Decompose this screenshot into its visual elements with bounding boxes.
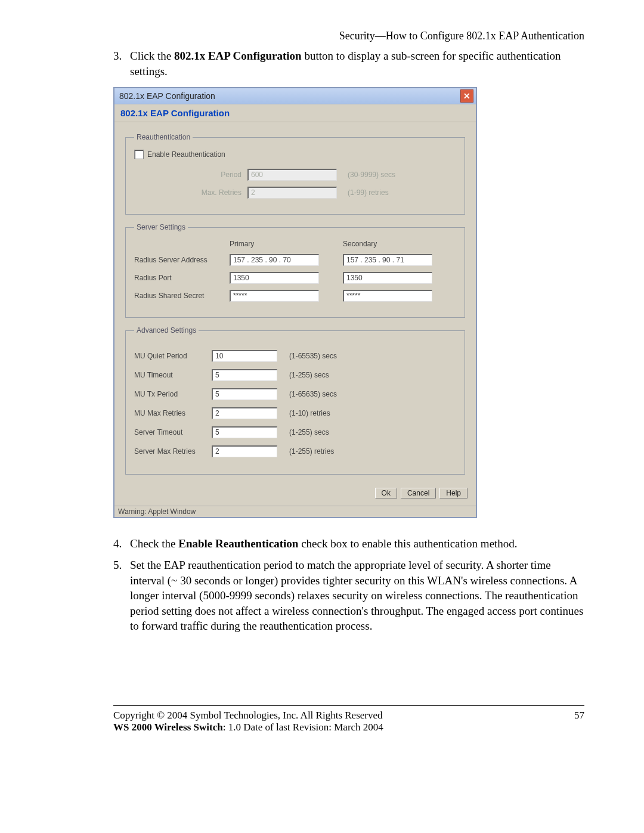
- advanced-row-input[interactable]: 5: [212, 426, 277, 438]
- cancel-button[interactable]: Cancel: [401, 488, 436, 498]
- ok-button[interactable]: Ok: [375, 488, 397, 498]
- period-input[interactable]: 600: [247, 169, 337, 181]
- period-hint: (30-9999) secs: [348, 171, 395, 179]
- help-button[interactable]: Help: [439, 488, 467, 498]
- radius-secret-primary[interactable]: *****: [230, 290, 319, 302]
- advanced-row-hint: (1-10) retries: [289, 409, 330, 417]
- step-4-text-a: Check the: [130, 537, 178, 550]
- advanced-row: Server Timeout5(1-255) secs: [134, 426, 456, 438]
- dialog-titlebar: 802.1x EAP Configuration ✕: [114, 88, 476, 104]
- advanced-row: MU Tx Period5(1-65635) secs: [134, 388, 456, 400]
- server-settings-group: Server Settings Primary Secondary Radius…: [125, 223, 465, 318]
- advanced-row-input[interactable]: 2: [212, 407, 277, 419]
- statusbar: Warning: Applet Window: [114, 506, 476, 517]
- server-settings-legend: Server Settings: [134, 223, 188, 231]
- advanced-row-input[interactable]: 5: [212, 369, 277, 381]
- secondary-header: Secondary: [343, 240, 444, 248]
- advanced-row-label: Server Max Retries: [134, 447, 212, 456]
- radius-secret-label: Radius Shared Secret: [134, 292, 230, 300]
- max-retries-input[interactable]: 2: [247, 187, 337, 199]
- radius-addr-primary[interactable]: 157 . 235 . 90 . 70: [230, 254, 319, 266]
- radius-addr-label: Radius Server Address: [134, 256, 230, 264]
- advanced-settings-group: Advanced Settings MU Quiet Period10(1-65…: [125, 326, 465, 475]
- eap-config-dialog: 802.1x EAP Configuration ✕ 802.1x EAP Co…: [113, 87, 477, 518]
- radius-port-primary[interactable]: 1350: [230, 272, 319, 284]
- primary-header: Primary: [230, 240, 331, 248]
- radius-port-secondary[interactable]: 1350: [343, 272, 432, 284]
- step-5-number: 5.: [113, 558, 130, 634]
- max-retries-hint: (1-99) retries: [348, 188, 389, 197]
- page-header: Security—How to Configure 802.1x EAP Aut…: [60, 30, 584, 42]
- reauthentication-legend: Reauthentication: [134, 133, 193, 141]
- advanced-row-input[interactable]: 10: [212, 350, 277, 362]
- advanced-row: MU Timeout5(1-255) secs: [134, 369, 456, 381]
- advanced-row-hint: (1-255) secs: [289, 428, 329, 436]
- step-3-text-a: Click the: [130, 49, 174, 62]
- enable-reauth-checkbox[interactable]: [134, 150, 144, 159]
- page-number: 57: [574, 710, 584, 733]
- max-retries-label: Max. Retries: [134, 188, 247, 197]
- dialog-title: 802.1x EAP Configuration: [119, 91, 215, 101]
- advanced-row-label: MU Max Retries: [134, 409, 212, 417]
- advanced-row-label: MU Timeout: [134, 371, 212, 379]
- footer-copyright: Copyright © 2004 Symbol Technologies, In…: [113, 710, 383, 721]
- step-5-text: Set the EAP reauthentication period to m…: [130, 558, 584, 634]
- step-4: 4. Check the Enable Reauthentication che…: [113, 536, 584, 552]
- panel-title: 802.1x EAP Configuration: [114, 104, 476, 122]
- footer-product-rest: : 1.0 Date of last Revision: March 2004: [223, 721, 383, 733]
- advanced-row-input[interactable]: 5: [212, 388, 277, 400]
- advanced-row-label: MU Quiet Period: [134, 352, 212, 360]
- advanced-row-label: MU Tx Period: [134, 390, 212, 398]
- radius-secret-secondary[interactable]: *****: [343, 290, 432, 302]
- footer-product-bold: WS 2000 Wireless Switch: [113, 721, 223, 733]
- advanced-settings-legend: Advanced Settings: [134, 326, 199, 335]
- period-label: Period: [134, 171, 247, 179]
- step-3-number: 3.: [113, 48, 130, 79]
- reauthentication-group: Reauthentication Enable Reauthentication…: [125, 133, 465, 215]
- advanced-row-hint: (1-65635) secs: [289, 390, 337, 398]
- step-4-bold: Enable Reauthentication: [178, 537, 298, 550]
- radius-port-label: Radius Port: [134, 274, 230, 282]
- radius-addr-secondary[interactable]: 157 . 235 . 90 . 71: [343, 254, 432, 266]
- step-4-text-b: check box to enable this authentication …: [298, 537, 517, 550]
- advanced-row: Server Max Retries2(1-255) retries: [134, 445, 456, 457]
- advanced-row-label: Server Timeout: [134, 428, 212, 436]
- advanced-row-input[interactable]: 2: [212, 445, 277, 457]
- enable-reauth-label: Enable Reauthentication: [147, 150, 225, 159]
- advanced-row-hint: (1-255) secs: [289, 371, 329, 379]
- step-3: 3. Click the 802.1x EAP Configuration bu…: [113, 48, 584, 79]
- advanced-row-hint: (1-255) retries: [289, 447, 334, 456]
- step-5: 5. Set the EAP reauthentication period t…: [113, 558, 584, 634]
- advanced-row: MU Quiet Period10(1-65535) secs: [134, 350, 456, 362]
- step-4-number: 4.: [113, 536, 130, 552]
- close-icon[interactable]: ✕: [460, 89, 473, 103]
- step-3-bold: 802.1x EAP Configuration: [174, 49, 302, 62]
- advanced-row-hint: (1-65535) secs: [289, 352, 337, 360]
- advanced-row: MU Max Retries2(1-10) retries: [134, 407, 456, 419]
- page-footer: Copyright © 2004 Symbol Technologies, In…: [113, 705, 584, 733]
